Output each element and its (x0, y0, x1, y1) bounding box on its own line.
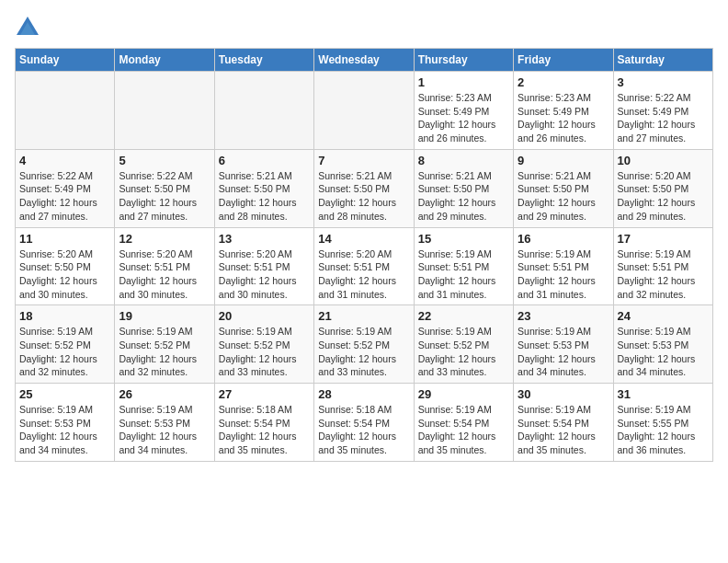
day-info: Sunrise: 5:23 AMSunset: 5:49 PMDaylight:… (418, 91, 509, 145)
calendar-cell: 21Sunrise: 5:19 AMSunset: 5:52 PMDayligh… (314, 305, 414, 384)
day-number: 23 (518, 309, 609, 323)
calendar-cell: 24Sunrise: 5:19 AMSunset: 5:53 PMDayligh… (613, 305, 712, 384)
calendar-cell: 27Sunrise: 5:18 AMSunset: 5:54 PMDayligh… (214, 384, 313, 462)
day-number: 5 (119, 154, 210, 167)
calendar-cell: 31Sunrise: 5:19 AMSunset: 5:55 PMDayligh… (613, 384, 712, 462)
day-info: Sunrise: 5:19 AMSunset: 5:52 PMDaylight:… (219, 325, 310, 379)
day-number: 24 (618, 309, 709, 323)
column-header-saturday: Saturday (613, 49, 712, 72)
day-number: 26 (119, 387, 210, 401)
calendar-header-row: SundayMondayTuesdayWednesdayThursdayFrid… (16, 49, 713, 72)
calendar-cell: 23Sunrise: 5:19 AMSunset: 5:53 PMDayligh… (514, 305, 613, 384)
day-info: Sunrise: 5:18 AMSunset: 5:54 PMDaylight:… (219, 403, 310, 457)
calendar-cell: 28Sunrise: 5:18 AMSunset: 5:54 PMDayligh… (314, 384, 414, 462)
calendar-cell: 6Sunrise: 5:21 AMSunset: 5:50 PMDaylight… (214, 149, 313, 227)
logo-icon (15, 15, 40, 40)
day-number: 10 (618, 154, 709, 167)
day-info: Sunrise: 5:19 AMSunset: 5:51 PMDaylight:… (518, 247, 609, 302)
day-info: Sunrise: 5:19 AMSunset: 5:51 PMDaylight:… (418, 247, 509, 302)
column-header-wednesday: Wednesday (314, 49, 414, 72)
column-header-friday: Friday (514, 49, 613, 72)
logo (15, 15, 44, 40)
day-info: Sunrise: 5:19 AMSunset: 5:53 PMDaylight:… (518, 325, 609, 379)
day-info: Sunrise: 5:19 AMSunset: 5:54 PMDaylight:… (418, 403, 509, 457)
day-info: Sunrise: 5:21 AMSunset: 5:50 PMDaylight:… (418, 169, 509, 224)
calendar-cell: 7Sunrise: 5:21 AMSunset: 5:50 PMDaylight… (314, 149, 414, 227)
calendar-cell (115, 72, 214, 150)
day-info: Sunrise: 5:19 AMSunset: 5:53 PMDaylight:… (618, 325, 709, 379)
day-number: 3 (618, 75, 709, 89)
calendar-week-row: 4Sunrise: 5:22 AMSunset: 5:49 PMDaylight… (16, 149, 713, 227)
day-number: 21 (318, 309, 409, 323)
day-info: Sunrise: 5:20 AMSunset: 5:50 PMDaylight:… (618, 169, 709, 224)
calendar-table: SundayMondayTuesdayWednesdayThursdayFrid… (15, 48, 713, 462)
column-header-sunday: Sunday (16, 49, 115, 72)
day-number: 27 (219, 387, 310, 401)
day-info: Sunrise: 5:19 AMSunset: 5:53 PMDaylight:… (19, 403, 110, 457)
calendar-cell: 12Sunrise: 5:20 AMSunset: 5:51 PMDayligh… (115, 227, 214, 305)
calendar-cell: 4Sunrise: 5:22 AMSunset: 5:49 PMDaylight… (16, 149, 115, 227)
day-number: 1 (418, 75, 509, 89)
day-info: Sunrise: 5:21 AMSunset: 5:50 PMDaylight:… (318, 169, 409, 224)
day-info: Sunrise: 5:22 AMSunset: 5:49 PMDaylight:… (19, 169, 110, 224)
day-info: Sunrise: 5:18 AMSunset: 5:54 PMDaylight:… (318, 403, 409, 457)
day-info: Sunrise: 5:23 AMSunset: 5:49 PMDaylight:… (518, 91, 609, 145)
calendar-cell: 22Sunrise: 5:19 AMSunset: 5:52 PMDayligh… (414, 305, 513, 384)
day-number: 7 (318, 154, 409, 167)
day-number: 15 (418, 232, 509, 246)
calendar-cell: 17Sunrise: 5:19 AMSunset: 5:51 PMDayligh… (613, 227, 712, 305)
day-info: Sunrise: 5:19 AMSunset: 5:52 PMDaylight:… (19, 325, 110, 379)
day-info: Sunrise: 5:19 AMSunset: 5:52 PMDaylight:… (318, 325, 409, 379)
column-header-thursday: Thursday (414, 49, 513, 72)
day-number: 16 (518, 232, 609, 246)
calendar-cell: 10Sunrise: 5:20 AMSunset: 5:50 PMDayligh… (613, 149, 712, 227)
day-number: 28 (318, 387, 409, 401)
calendar-week-row: 11Sunrise: 5:20 AMSunset: 5:50 PMDayligh… (16, 227, 713, 305)
calendar-cell: 20Sunrise: 5:19 AMSunset: 5:52 PMDayligh… (214, 305, 313, 384)
day-number: 13 (219, 232, 310, 246)
calendar-cell: 3Sunrise: 5:22 AMSunset: 5:49 PMDaylight… (613, 72, 712, 150)
calendar-cell: 18Sunrise: 5:19 AMSunset: 5:52 PMDayligh… (16, 305, 115, 384)
day-number: 18 (19, 309, 110, 323)
calendar-cell: 8Sunrise: 5:21 AMSunset: 5:50 PMDaylight… (414, 149, 513, 227)
column-header-monday: Monday (115, 49, 214, 72)
day-number: 20 (219, 309, 310, 323)
calendar-cell: 1Sunrise: 5:23 AMSunset: 5:49 PMDaylight… (414, 72, 513, 150)
day-info: Sunrise: 5:20 AMSunset: 5:51 PMDaylight:… (219, 247, 310, 302)
calendar-cell: 26Sunrise: 5:19 AMSunset: 5:53 PMDayligh… (115, 384, 214, 462)
calendar-cell: 9Sunrise: 5:21 AMSunset: 5:50 PMDaylight… (514, 149, 613, 227)
day-info: Sunrise: 5:19 AMSunset: 5:53 PMDaylight:… (119, 403, 210, 457)
day-number: 31 (618, 387, 709, 401)
day-number: 29 (418, 387, 509, 401)
day-info: Sunrise: 5:20 AMSunset: 5:51 PMDaylight:… (119, 247, 210, 302)
calendar-cell: 30Sunrise: 5:19 AMSunset: 5:54 PMDayligh… (514, 384, 613, 462)
calendar-cell: 11Sunrise: 5:20 AMSunset: 5:50 PMDayligh… (16, 227, 115, 305)
day-info: Sunrise: 5:20 AMSunset: 5:51 PMDaylight:… (318, 247, 409, 302)
day-info: Sunrise: 5:20 AMSunset: 5:50 PMDaylight:… (19, 247, 110, 302)
day-number: 4 (19, 154, 110, 167)
day-number: 6 (219, 154, 310, 167)
day-info: Sunrise: 5:19 AMSunset: 5:52 PMDaylight:… (119, 325, 210, 379)
day-number: 9 (518, 154, 609, 167)
calendar-cell: 16Sunrise: 5:19 AMSunset: 5:51 PMDayligh… (514, 227, 613, 305)
calendar-cell (214, 72, 313, 150)
day-info: Sunrise: 5:19 AMSunset: 5:51 PMDaylight:… (618, 247, 709, 302)
calendar-week-row: 18Sunrise: 5:19 AMSunset: 5:52 PMDayligh… (16, 305, 713, 384)
calendar-cell: 5Sunrise: 5:22 AMSunset: 5:50 PMDaylight… (115, 149, 214, 227)
page-header (15, 15, 713, 40)
day-number: 19 (119, 309, 210, 323)
calendar-cell (16, 72, 115, 150)
calendar-week-row: 1Sunrise: 5:23 AMSunset: 5:49 PMDaylight… (16, 72, 713, 150)
day-number: 14 (318, 232, 409, 246)
day-number: 11 (19, 232, 110, 246)
day-info: Sunrise: 5:19 AMSunset: 5:52 PMDaylight:… (418, 325, 509, 379)
day-number: 17 (618, 232, 709, 246)
day-number: 8 (418, 154, 509, 167)
calendar-cell: 2Sunrise: 5:23 AMSunset: 5:49 PMDaylight… (514, 72, 613, 150)
day-info: Sunrise: 5:21 AMSunset: 5:50 PMDaylight:… (518, 169, 609, 224)
day-number: 25 (19, 387, 110, 401)
day-number: 30 (518, 387, 609, 401)
calendar-cell: 13Sunrise: 5:20 AMSunset: 5:51 PMDayligh… (214, 227, 313, 305)
calendar-cell: 25Sunrise: 5:19 AMSunset: 5:53 PMDayligh… (16, 384, 115, 462)
day-info: Sunrise: 5:21 AMSunset: 5:50 PMDaylight:… (219, 169, 310, 224)
